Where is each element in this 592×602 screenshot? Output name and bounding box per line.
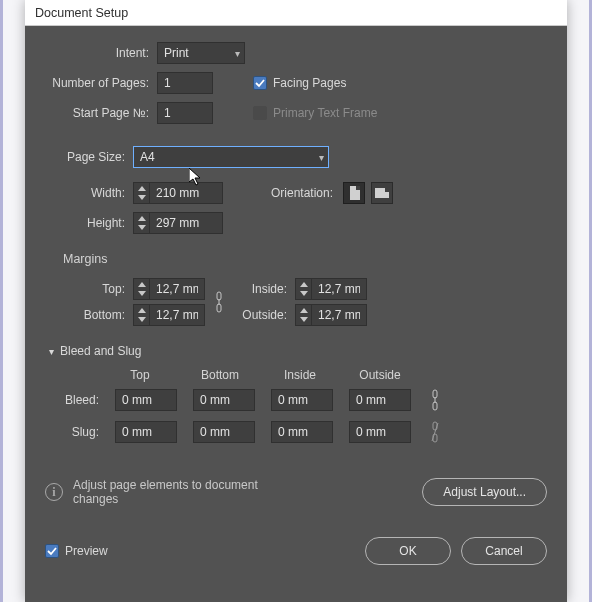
margins-link-icon[interactable] [211,289,227,315]
preview-checkbox[interactable]: Preview [45,544,108,558]
margin-inside-input[interactable] [311,278,367,300]
num-pages-label: Number of Pages: [45,76,149,90]
intent-select[interactable]: Print ▾ [157,42,245,64]
bleed-inside-input[interactable] [271,389,333,411]
chevron-down-icon: ▾ [235,48,240,59]
cancel-button[interactable]: Cancel [461,537,547,565]
bleed-link-icon[interactable] [427,387,443,413]
intent-value: Print [164,46,189,60]
svg-marker-2 [138,216,146,221]
bleed-col-inside: Inside [269,368,331,382]
margin-top-input[interactable] [149,278,205,300]
slug-link-icon[interactable] [427,419,443,445]
margin-outside-input[interactable] [311,304,367,326]
height-spinner[interactable] [133,212,149,234]
svg-rect-8 [217,292,221,300]
info-icon: i [45,483,63,501]
margin-top-spinner[interactable] [133,278,149,300]
margin-bottom-input[interactable] [149,304,205,326]
svg-marker-4 [138,282,146,287]
facing-pages-checkbox[interactable]: Facing Pages [253,76,346,90]
margin-bottom-label: Bottom: [65,308,125,322]
bleed-col-bottom: Bottom [189,368,251,382]
checkbox-icon [253,106,267,120]
landscape-icon [375,188,389,198]
slug-bottom-input[interactable] [193,421,255,443]
titlebar: Document Setup [25,0,567,26]
margin-outside-spinner[interactable] [295,304,311,326]
page-size-label: Page Size: [45,150,125,164]
svg-marker-6 [138,308,146,313]
page-size-value: A4 [140,150,155,164]
start-page-input[interactable] [157,102,213,124]
svg-rect-9 [217,304,221,312]
svg-marker-1 [138,195,146,200]
svg-marker-14 [300,317,308,322]
svg-marker-7 [138,317,146,322]
height-label: Height: [65,216,125,230]
svg-marker-11 [300,282,308,287]
preview-label: Preview [65,544,108,558]
bleed-slug-header: Bleed and Slug [60,344,141,358]
adjust-layout-text: Adjust page elements to document changes [73,478,273,507]
width-input[interactable] [149,182,223,204]
bleed-bottom-input[interactable] [193,389,255,411]
facing-pages-label: Facing Pages [273,76,346,90]
slug-outside-input[interactable] [349,421,411,443]
orientation-label: Orientation: [271,186,333,200]
margin-outside-label: Outside: [237,308,287,322]
orientation-portrait-button[interactable] [343,182,365,204]
portrait-icon [350,186,360,200]
svg-marker-12 [300,291,308,296]
svg-marker-13 [300,308,308,313]
margin-inside-label: Inside: [237,282,287,296]
svg-rect-15 [433,390,437,398]
svg-rect-16 [433,402,437,410]
checkbox-icon [45,544,59,558]
bleed-col-top: Top [109,368,171,382]
margin-bottom-spinner[interactable] [133,304,149,326]
intent-label: Intent: [45,46,149,60]
num-pages-input[interactable] [157,72,213,94]
margin-top-label: Top: [65,282,125,296]
chevron-down-icon: ▾ [49,346,54,357]
page-size-select[interactable]: A4 ▾ [133,146,329,168]
height-input[interactable] [149,212,223,234]
primary-text-frame-label: Primary Text Frame [273,106,377,120]
start-page-label: Start Page №: [45,106,149,120]
bleed-col-outside: Outside [349,368,411,382]
primary-text-frame-checkbox: Primary Text Frame [253,106,377,120]
margins-header: Margins [63,252,547,266]
bleed-top-input[interactable] [115,389,177,411]
checkbox-icon [253,76,267,90]
width-label: Width: [65,186,125,200]
bleed-slug-disclosure[interactable]: ▾ Bleed and Slug [49,344,547,358]
orientation-landscape-button[interactable] [371,182,393,204]
ok-button[interactable]: OK [365,537,451,565]
svg-marker-0 [138,186,146,191]
margin-inside-spinner[interactable] [295,278,311,300]
bleed-label: Bleed: [45,393,99,407]
slug-label: Slug: [45,425,99,439]
bleed-outside-input[interactable] [349,389,411,411]
document-setup-dialog: Document Setup Intent: Print ▾ Number of… [25,0,567,602]
svg-marker-5 [138,291,146,296]
svg-marker-3 [138,225,146,230]
slug-top-input[interactable] [115,421,177,443]
slug-inside-input[interactable] [271,421,333,443]
adjust-layout-button[interactable]: Adjust Layout... [422,478,547,506]
width-spinner[interactable] [133,182,149,204]
chevron-down-icon: ▾ [319,152,324,163]
